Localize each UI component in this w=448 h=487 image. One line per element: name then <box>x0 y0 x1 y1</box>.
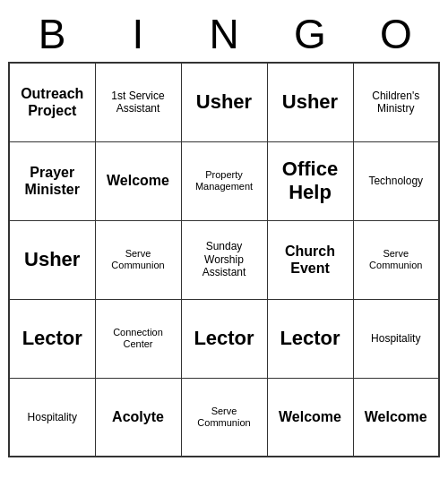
bingo-grid: Outreach Project1st Service AssistantUsh… <box>8 62 440 457</box>
cell-text: Welcome <box>99 172 177 189</box>
grid-cell: Hospitality <box>353 299 439 378</box>
grid-cell: Technology <box>353 141 439 220</box>
cell-text: Serve Communion <box>99 248 177 271</box>
cell-text: Welcome <box>271 408 349 425</box>
cell-text: Usher <box>185 90 263 114</box>
grid-cell: Office Help <box>267 141 353 220</box>
table-row: Outreach Project1st Service AssistantUsh… <box>9 63 439 141</box>
grid-cell: Outreach Project <box>9 63 95 141</box>
table-row: UsherServe CommunionSunday Worship Assis… <box>9 220 439 299</box>
cell-text: Lector <box>271 327 349 350</box>
grid-cell: 1st Service Assistant <box>95 63 181 141</box>
letter-n: N <box>185 13 263 55</box>
grid-cell: Children's Ministry <box>353 63 439 141</box>
cell-text: Outreach Project <box>13 85 91 119</box>
cell-text: Lector <box>13 327 91 350</box>
cell-text: Connection Center <box>99 327 177 350</box>
grid-cell: Connection Center <box>95 299 181 378</box>
cell-text: Acolyte <box>99 408 177 425</box>
cell-text: Usher <box>13 248 91 271</box>
grid-cell: Welcome <box>353 378 439 457</box>
grid-cell: Sunday Worship Assistant <box>181 220 267 299</box>
table-row: Prayer MinisterWelcomeProperty Managemen… <box>9 141 439 220</box>
grid-cell: Hospitality <box>9 378 95 457</box>
cell-text: Sunday Worship Assistant <box>185 240 263 278</box>
grid-cell: Property Management <box>181 141 267 220</box>
table-row: LectorConnection CenterLectorLectorHospi… <box>9 299 439 378</box>
grid-cell: Acolyte <box>95 378 181 457</box>
table-row: HospitalityAcolyteServe CommunionWelcome… <box>9 378 439 457</box>
cell-text: Property Management <box>185 169 263 192</box>
cell-text: Office Help <box>271 158 349 205</box>
letter-o: O <box>357 13 435 55</box>
cell-text: Church Event <box>271 243 349 277</box>
cell-text: Serve Communion <box>185 406 263 429</box>
cell-text: 1st Service Assistant <box>99 90 177 115</box>
letter-b: B <box>13 13 91 55</box>
grid-cell: Serve Communion <box>95 220 181 299</box>
cell-text: Hospitality <box>358 332 435 345</box>
grid-cell: Serve Communion <box>181 378 267 457</box>
grid-cell: Lector <box>181 299 267 378</box>
cell-text: Lector <box>185 327 263 350</box>
cell-text: Serve Communion <box>358 248 435 271</box>
grid-cell: Usher <box>267 63 353 141</box>
grid-cell: Church Event <box>267 220 353 299</box>
grid-cell: Welcome <box>267 378 353 457</box>
letter-g: G <box>271 13 349 55</box>
cell-text: Usher <box>271 90 349 114</box>
cell-text: Technology <box>358 175 435 187</box>
grid-cell: Welcome <box>95 141 181 220</box>
letter-i: I <box>99 13 177 55</box>
grid-cell: Usher <box>9 220 95 299</box>
grid-cell: Prayer Minister <box>9 141 95 220</box>
bingo-title: B I N G O <box>9 9 439 62</box>
cell-text: Welcome <box>358 408 435 425</box>
grid-cell: Lector <box>9 299 95 378</box>
cell-text: Hospitality <box>13 411 91 423</box>
grid-cell: Usher <box>181 63 267 141</box>
grid-cell: Serve Communion <box>353 220 439 299</box>
cell-text: Prayer Minister <box>13 164 91 198</box>
grid-cell: Lector <box>267 299 353 378</box>
cell-text: Children's Ministry <box>358 90 435 115</box>
